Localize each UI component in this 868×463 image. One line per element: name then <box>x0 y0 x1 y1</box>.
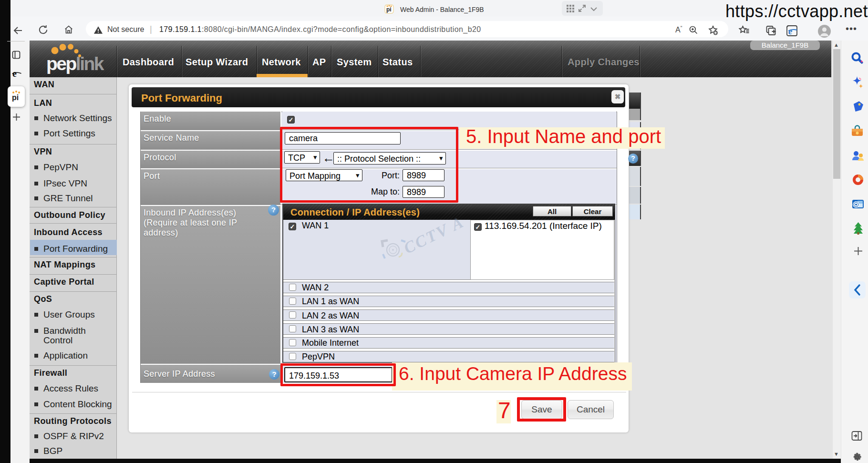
svg-text:pi: pi <box>12 93 19 102</box>
svg-text:e: e <box>12 69 17 78</box>
svg-text:pi: pi <box>386 6 392 13</box>
svg-text:e: e <box>788 26 793 36</box>
